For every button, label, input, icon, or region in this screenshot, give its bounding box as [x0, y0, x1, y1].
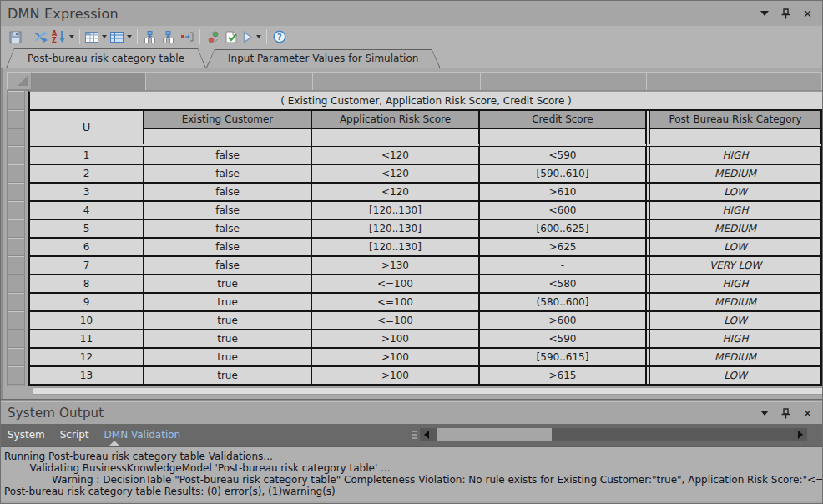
- scrollbar-thumb[interactable]: [437, 428, 552, 441]
- rule-cell[interactable]: <120: [312, 184, 480, 202]
- grid-row-header[interactable]: [8, 311, 24, 330]
- grid-row-header[interactable]: [8, 110, 24, 129]
- window-menu-icon[interactable]: [760, 411, 769, 416]
- rule-cell[interactable]: >600: [480, 312, 647, 330]
- rule-output-cell[interactable]: LOW: [649, 312, 822, 330]
- column-header-post-bureau-risk-category[interactable]: Post Bureau Risk Category: [649, 111, 822, 129]
- grid-row-header[interactable]: [8, 183, 24, 201]
- close-icon[interactable]: ✕: [803, 8, 812, 19]
- grid-row-header[interactable]: [8, 256, 24, 275]
- table-signature-row[interactable]: ( Existing Customer, Application Risk Sc…: [30, 92, 822, 111]
- append-column-button[interactable]: [141, 28, 159, 46]
- rule-cell[interactable]: true: [144, 294, 312, 312]
- column-header-application-risk-score[interactable]: Application Risk Score: [312, 111, 480, 129]
- rule-cell[interactable]: true: [144, 349, 312, 367]
- rule-number[interactable]: 2: [30, 165, 144, 184]
- grid-col-header[interactable]: [647, 72, 822, 90]
- rule-output-cell[interactable]: LOW: [649, 367, 822, 386]
- rule-cell[interactable]: >610: [480, 184, 647, 202]
- rule-cell[interactable]: >615: [480, 367, 647, 386]
- rule-cell[interactable]: true: [144, 367, 312, 386]
- rule-cell[interactable]: <=100: [312, 275, 480, 294]
- allowed-values-cell[interactable]: [144, 129, 312, 147]
- rule-cell[interactable]: true: [144, 312, 312, 330]
- rule-cell[interactable]: <=100: [312, 294, 480, 312]
- grid-col-header[interactable]: [146, 72, 314, 90]
- output-scrollbar[interactable]: [420, 428, 807, 441]
- rule-number[interactable]: 4: [30, 202, 144, 220]
- grid-row-header[interactable]: [8, 219, 24, 238]
- rule-output-cell[interactable]: MEDIUM: [649, 349, 822, 367]
- rule-cell[interactable]: false: [144, 184, 312, 202]
- grid-col-header[interactable]: [481, 72, 648, 90]
- rule-number[interactable]: 12: [30, 349, 144, 367]
- rule-cell[interactable]: <120: [312, 165, 480, 184]
- rule-cell[interactable]: false: [144, 202, 312, 220]
- horizontal-scrollbar[interactable]: [33, 387, 823, 395]
- rule-output-cell[interactable]: LOW: [649, 239, 822, 257]
- validate-button[interactable]: [222, 28, 240, 46]
- rule-cell[interactable]: <590: [480, 147, 647, 165]
- rule-cell[interactable]: [120..130]: [312, 239, 480, 257]
- rule-cell[interactable]: false: [144, 165, 312, 184]
- grid-col-header[interactable]: [32, 72, 146, 90]
- rule-number[interactable]: 1: [30, 147, 144, 165]
- rule-cell[interactable]: false: [144, 220, 312, 239]
- grid-row-header[interactable]: [8, 238, 24, 256]
- rule-cell[interactable]: <=100: [312, 312, 480, 330]
- hit-policy-cell[interactable]: U: [30, 111, 144, 147]
- select-all-cell[interactable]: [7, 72, 32, 90]
- rule-number[interactable]: 10: [30, 312, 144, 330]
- rule-cell[interactable]: (580..600]: [480, 294, 647, 312]
- rule-output-cell[interactable]: MEDIUM: [649, 220, 822, 239]
- grid-row-header[interactable]: [8, 129, 24, 146]
- scroll-left-button[interactable]: [420, 428, 433, 441]
- help-button[interactable]: ?: [270, 28, 289, 46]
- allowed-values-cell[interactable]: [649, 129, 822, 147]
- rule-cell[interactable]: false: [144, 257, 312, 275]
- grid-row-header[interactable]: [8, 293, 24, 311]
- rule-output-cell[interactable]: VERY LOW: [649, 257, 822, 275]
- rule-cell[interactable]: false: [144, 147, 312, 165]
- rule-cell[interactable]: -: [480, 257, 647, 275]
- shuffle-rules-button[interactable]: [32, 28, 50, 46]
- grid-row-header[interactable]: [8, 164, 24, 183]
- rule-cell[interactable]: <600: [480, 202, 647, 220]
- rule-output-cell[interactable]: MEDIUM: [649, 165, 822, 184]
- grid-row-header[interactable]: [8, 275, 24, 293]
- allowed-values-cell[interactable]: [312, 129, 480, 147]
- grid-row-header[interactable]: [8, 201, 24, 219]
- sort-rules-button[interactable]: AZ: [50, 28, 76, 46]
- rule-number[interactable]: 5: [30, 220, 144, 239]
- rule-cell[interactable]: [600..625]: [480, 220, 647, 239]
- rule-cell[interactable]: true: [144, 275, 312, 294]
- rule-number[interactable]: 3: [30, 184, 144, 202]
- rule-cell[interactable]: [120..130]: [312, 220, 480, 239]
- grid-row-header[interactable]: [8, 330, 24, 348]
- rule-output-cell[interactable]: HIGH: [649, 330, 822, 349]
- tab-script[interactable]: Script: [60, 429, 97, 441]
- grid-row-header[interactable]: [8, 366, 24, 385]
- rule-number[interactable]: 13: [30, 367, 144, 386]
- scroll-right-button[interactable]: [794, 428, 807, 441]
- rule-number[interactable]: 9: [30, 294, 144, 312]
- pin-icon[interactable]: [781, 8, 790, 19]
- rule-cell[interactable]: >130: [312, 257, 480, 275]
- rule-cell[interactable]: <580: [480, 275, 647, 294]
- insert-column-button[interactable]: [159, 28, 178, 46]
- grid-row-header[interactable]: [8, 91, 24, 110]
- rule-cell[interactable]: [590..610]: [480, 165, 647, 184]
- rule-number[interactable]: 6: [30, 239, 144, 257]
- column-header-credit-score[interactable]: Credit Score: [480, 111, 647, 129]
- rule-cell[interactable]: [590..615]: [480, 349, 647, 367]
- tab-dmn-validation[interactable]: DMN Validation: [104, 429, 189, 441]
- column-header-existing-customer[interactable]: Existing Customer: [144, 111, 312, 129]
- rule-number[interactable]: 8: [30, 275, 144, 294]
- rule-number[interactable]: 11: [30, 330, 144, 349]
- grid-row-header[interactable]: [8, 348, 24, 366]
- tab-system[interactable]: System: [8, 429, 53, 441]
- rule-output-cell[interactable]: HIGH: [649, 275, 822, 294]
- rule-cell[interactable]: >625: [480, 239, 647, 257]
- window-menu-icon[interactable]: [760, 11, 769, 16]
- merge-cells-button[interactable]: [178, 28, 196, 46]
